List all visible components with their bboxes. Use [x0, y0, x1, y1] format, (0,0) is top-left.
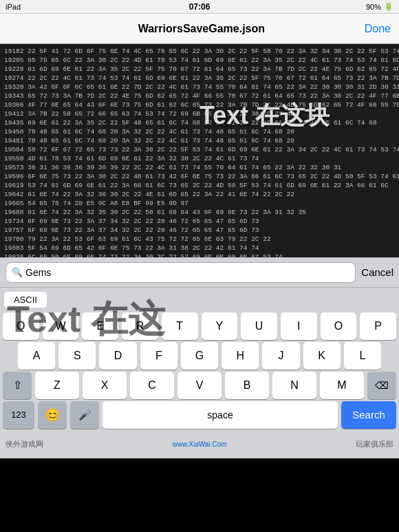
search-input-wrapper[interactable]: 🔍 — [6, 262, 356, 283]
status-time: 07:06 — [189, 2, 211, 12]
key-space[interactable]: space — [103, 401, 338, 429]
hex-text: 19182 22 5F 41 72 6D 6F 75 6E 74 4C 65 7… — [0, 44, 399, 257]
key-t[interactable]: T — [162, 312, 198, 340]
key-g[interactable]: G — [181, 342, 218, 370]
key-s[interactable]: S — [58, 342, 96, 370]
watermark-logo: www.XiaWai.Com — [172, 440, 226, 448]
key-numbers[interactable]: 123 — [3, 401, 34, 429]
status-right: 90% 🔋 — [366, 2, 393, 11]
key-y[interactable]: Y — [202, 312, 238, 340]
search-icon: 🔍 — [12, 267, 23, 277]
search-bar: 🔍 Cancel — [0, 257, 399, 288]
cancel-button[interactable]: Cancel — [361, 266, 393, 278]
nav-bar: WarriorsSaveGame.json Done — [0, 14, 399, 44]
keyboard-area: ASCII Text 在这 Q W E R T Y U I O P A S D … — [0, 288, 399, 458]
ascii-row: ASCII — [0, 288, 399, 311]
status-bar: iPad 07:06 90% 🔋 — [0, 0, 399, 14]
key-mic[interactable]: 🎤 — [70, 401, 99, 429]
key-f[interactable]: F — [140, 342, 177, 370]
key-h[interactable]: H — [222, 342, 259, 370]
watermark-right: 玩家俱乐部 — [356, 439, 393, 449]
key-l[interactable]: L — [344, 342, 381, 370]
key-x[interactable]: X — [83, 372, 127, 399]
key-row-1: Q W E R T Y U I O P — [0, 311, 399, 341]
key-p[interactable]: P — [360, 312, 396, 340]
key-emoji[interactable]: 😊 — [38, 401, 67, 429]
key-o[interactable]: O — [321, 312, 357, 340]
key-a[interactable]: A — [18, 342, 55, 370]
key-m[interactable]: M — [320, 372, 364, 399]
key-row-2: A S D F G H J K L — [0, 341, 399, 370]
content-area: 19182 22 5F 41 72 6D 6F 75 6E 74 4C 65 7… — [0, 44, 399, 257]
status-left: iPad — [6, 3, 21, 11]
carrier-label: iPad — [6, 3, 21, 11]
watermark-url: www.XiaWai.Com — [172, 440, 226, 448]
battery-icon: 🔋 — [384, 2, 393, 11]
ascii-toggle[interactable]: ASCII — [4, 292, 47, 308]
key-v[interactable]: V — [177, 372, 222, 399]
key-shift[interactable]: ⇧ — [3, 372, 32, 399]
search-input[interactable] — [25, 267, 349, 278]
key-c[interactable]: C — [130, 372, 174, 399]
key-u[interactable]: U — [241, 312, 277, 340]
key-r[interactable]: R — [122, 312, 158, 340]
key-i[interactable]: I — [281, 312, 317, 340]
key-w[interactable]: W — [43, 312, 79, 340]
key-k[interactable]: K — [303, 342, 341, 370]
search-button[interactable]: Search — [341, 401, 396, 429]
key-j[interactable]: J — [262, 342, 299, 370]
key-row-3: ⇧ Z X C V B N M ⌫ — [0, 370, 399, 400]
key-delete[interactable]: ⌫ — [367, 372, 396, 399]
key-d[interactable]: D — [99, 342, 136, 370]
key-z[interactable]: Z — [35, 372, 79, 399]
key-e[interactable]: E — [82, 312, 118, 340]
nav-title: WarriorsSaveGame.json — [39, 23, 365, 35]
key-n[interactable]: N — [272, 372, 316, 399]
done-button[interactable]: Done — [365, 23, 391, 35]
key-row-4: 123 😊 🎤 space Search — [0, 400, 399, 429]
key-b[interactable]: B — [225, 372, 269, 399]
watermark-left: 侠外游戏网 — [6, 439, 43, 449]
key-q[interactable]: Q — [3, 312, 39, 340]
watermark-area: 侠外游戏网 www.XiaWai.Com 玩家俱乐部 — [0, 429, 399, 458]
battery-label: 90% — [366, 3, 381, 11]
